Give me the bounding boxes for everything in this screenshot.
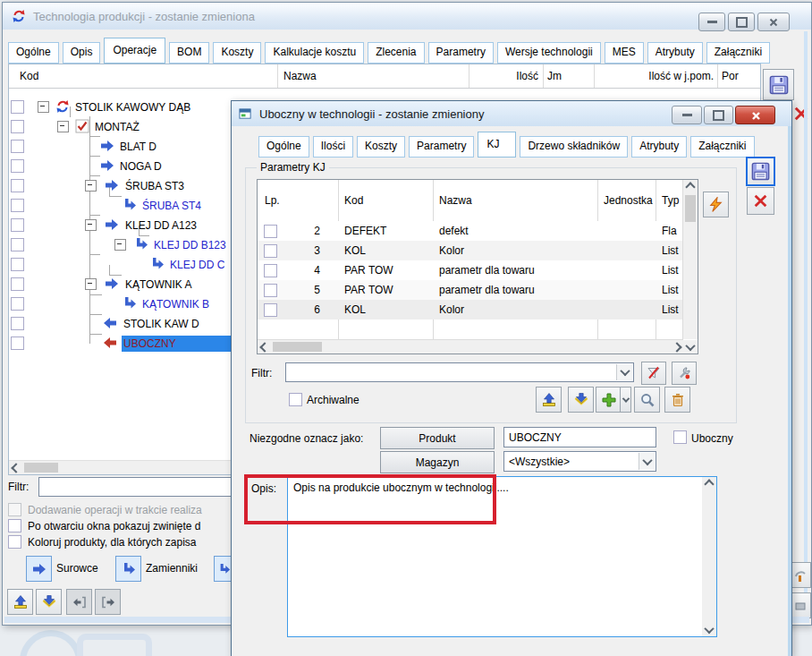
option-checkbox[interactable] [8, 519, 21, 532]
tab-mes[interactable]: MES [605, 42, 644, 64]
delete-button[interactable] [664, 387, 690, 413]
legend-surowce-button[interactable] [26, 556, 52, 582]
fg-minimize-button[interactable] [672, 106, 702, 124]
bg-close-button[interactable] [757, 13, 790, 31]
tree-item-label[interactable]: STOLIK KAWOWY DĄB [75, 101, 190, 114]
expand-button[interactable] [95, 589, 121, 615]
tab-zalaczniki[interactable]: Załączniki [690, 136, 754, 158]
archiwalne-checkbox[interactable] [289, 393, 302, 406]
tab-koszty[interactable]: Koszty [213, 42, 261, 64]
kj-table-row[interactable]: 2 DEFEKT defekt Fla [258, 221, 683, 241]
legend-zamienniki-button[interactable] [115, 556, 141, 582]
col-ilosc[interactable]: Ilość [474, 70, 538, 82]
bg-partial-button[interactable] [790, 592, 811, 618]
row-checkbox[interactable] [264, 303, 277, 317]
tree-expander[interactable] [38, 101, 49, 113]
tree-item-label[interactable]: ŚRUBA ST3 [125, 180, 184, 192]
tree-item-label[interactable]: NOGA D [120, 160, 162, 173]
tree-row-checkbox[interactable] [11, 120, 24, 133]
scroll-thumb[interactable] [273, 342, 322, 352]
tree-row-checkbox[interactable] [11, 179, 24, 192]
tab-bom[interactable]: BOM [169, 42, 209, 64]
kj-table-row[interactable]: 6 KOL Kolor List [258, 300, 683, 319]
tree-row-checkbox[interactable] [11, 317, 24, 330]
bg-save-button[interactable] [763, 69, 794, 100]
scroll-up-button[interactable] [702, 477, 716, 490]
kj-table-row[interactable]: 5 PAR TOW parametr dla towaru List [258, 280, 683, 300]
bg-filter-input[interactable] [38, 477, 237, 497]
tree-row-checkbox[interactable] [11, 337, 24, 350]
add-dropdown-button[interactable] [620, 387, 631, 413]
tab-atrybuty[interactable]: Atrybuty [647, 42, 703, 64]
kj-table-hscrollbar[interactable] [258, 339, 683, 354]
fg-cancel-button[interactable] [747, 187, 774, 215]
fg-close-button[interactable] [735, 106, 775, 124]
move-up-button[interactable] [536, 387, 562, 413]
col-lp[interactable]: Lp. [265, 194, 280, 207]
tab-parametry[interactable]: Parametry [409, 136, 474, 158]
tab-zalaczniki[interactable]: Załączniki [706, 42, 770, 64]
tree-item-label[interactable]: MONTAŻ [95, 121, 140, 133]
opis-vscrollbar[interactable] [702, 477, 716, 636]
tree-row-checkbox[interactable] [11, 258, 24, 271]
bg-maximize-button[interactable] [728, 13, 755, 31]
dropdown-button[interactable] [616, 364, 632, 380]
bg-minimize-button[interactable] [698, 13, 725, 31]
tree-row-checkbox[interactable] [11, 140, 24, 153]
col-por[interactable]: Por [722, 70, 739, 82]
col-jm[interactable]: Jm [547, 70, 562, 82]
tab-kj[interactable]: KJ [478, 132, 516, 158]
kj-table-row[interactable]: 4 PAR TOW parametr dla towaru List [258, 260, 683, 280]
scroll-down-button[interactable] [683, 340, 698, 354]
col-kod[interactable]: Kod [344, 194, 363, 207]
collapse-button[interactable] [66, 589, 92, 615]
scroll-left-button[interactable] [258, 340, 271, 354]
tree-row-checkbox[interactable] [11, 238, 24, 251]
row-checkbox[interactable] [264, 264, 277, 277]
col-kod[interactable]: Kod [20, 70, 38, 82]
tree-row-checkbox[interactable] [11, 297, 24, 311]
tree-expander[interactable] [85, 180, 97, 192]
row-checkbox[interactable] [264, 244, 277, 258]
tab-zlecenia[interactable]: Zlecenia [368, 42, 424, 64]
tree-expander[interactable] [114, 239, 126, 251]
tree-item-label[interactable]: STOLIK KAW D [123, 318, 199, 330]
tree-item-label[interactable]: KLEJ DD B123 [154, 239, 226, 251]
col-typ[interactable]: Typ [662, 194, 679, 207]
kj-filter-combobox[interactable] [285, 362, 634, 382]
tab-ogolne[interactable]: Ogólne [8, 42, 59, 64]
tree-row-checkbox[interactable] [11, 218, 24, 232]
col-nazwa[interactable]: Nazwa [283, 70, 317, 82]
tree-item-label[interactable]: KĄTOWNIK B [142, 298, 209, 311]
clear-filter-button[interactable] [641, 362, 666, 385]
produkt-button[interactable]: Produkt [380, 427, 495, 449]
scroll-left-button[interactable] [9, 461, 22, 474]
tab-operacje[interactable]: Operacje [104, 38, 165, 64]
tree-item-label[interactable]: KĄTOWNIK A [125, 278, 191, 291]
bg-titlebar[interactable]: Technologia produkcji - zostanie zmienio… [3, 3, 811, 30]
col-jednostka[interactable]: Jednostka [604, 194, 653, 207]
tab-drzewo-skladnikow[interactable]: Drzewo składników [520, 136, 628, 158]
tree-item-label[interactable]: UBOCZNY [122, 336, 236, 352]
row-checkbox[interactable] [264, 284, 277, 297]
tab-parametry[interactable]: Parametry [428, 42, 494, 64]
magazyn-button[interactable]: Magazyn [380, 451, 495, 473]
tab-koszty[interactable]: Koszty [357, 136, 405, 158]
tree-item-label[interactable]: ŚRUBA ST4 [142, 200, 201, 212]
tree-item-label[interactable]: KLEJ DD C [170, 259, 224, 271]
auto-fill-button[interactable] [703, 192, 729, 217]
col-ilosc-jpom[interactable]: Ilość w j.pom. [599, 70, 714, 82]
tree-row-checkbox[interactable] [11, 199, 24, 212]
tree-item-label[interactable]: BLAT D [120, 141, 156, 153]
tab-opis[interactable]: Opis [63, 42, 101, 64]
tree-item-label[interactable]: KLEJ DD A123 [125, 219, 197, 232]
fg-save-button[interactable] [747, 158, 774, 185]
move-down-button[interactable] [36, 589, 62, 615]
tree-expander[interactable] [57, 121, 69, 132]
fg-maximize-button[interactable] [704, 106, 733, 124]
add-button[interactable] [596, 387, 622, 413]
tree-row-checkbox[interactable] [11, 159, 24, 173]
tree-row-checkbox[interactable] [11, 277, 24, 291]
scroll-up-button[interactable] [683, 180, 698, 193]
tab-ogolne[interactable]: Ogólne [258, 136, 309, 158]
